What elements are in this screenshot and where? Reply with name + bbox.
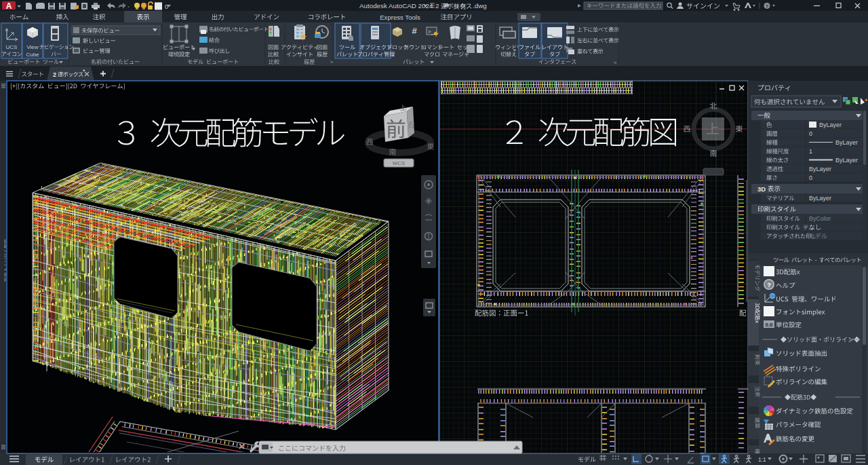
svg-text:0: 0: [165, 3, 168, 10]
svg-text:0: 0: [809, 130, 812, 137]
svg-text:ByLayer: ByLayer: [835, 157, 858, 164]
svg-text:1: 1: [809, 148, 812, 155]
svg-text:0.0: 0.0: [765, 322, 773, 328]
svg-text:Express Tools: Express Tools: [380, 14, 420, 21]
svg-text:2: 2: [435, 2, 439, 10]
svg-text:ByLayer: ByLayer: [819, 122, 842, 128]
svg-text:»: »: [330, 59, 334, 65]
svg-text:>_: >_: [428, 29, 435, 35]
svg-text:Autodesk AutoCAD 2024: Autodesk AutoCAD 2024: [359, 2, 433, 10]
svg-text:*: *: [83, 68, 85, 75]
svg-text:.dwg: .dwg: [473, 2, 487, 10]
svg-text:3D: 3D: [757, 185, 766, 193]
svg-text:ByLayer: ByLayer: [835, 139, 858, 146]
svg-text:0: 0: [809, 174, 812, 181]
svg-text:ByLayer: ByLayer: [809, 166, 831, 172]
svg-text:WCS: WCS: [393, 160, 406, 166]
svg-text:#: #: [412, 26, 417, 36]
svg-text:+: +: [865, 97, 868, 103]
svg-text:View: View: [26, 44, 38, 50]
svg-text:2: 2: [53, 71, 56, 78]
svg-text:UCS: UCS: [6, 44, 18, 50]
svg-text:1:1: 1:1: [758, 456, 766, 463]
svg-text:?: ?: [767, 282, 771, 289]
svg-text:ByLayer: ByLayer: [809, 195, 831, 202]
svg-text:A: A: [6, 1, 12, 11]
svg-text:ByColor: ByColor: [809, 215, 831, 222]
svg-text:»: »: [614, 60, 617, 66]
svg-text:?: ?: [766, 3, 769, 10]
svg-text:Cube: Cube: [26, 52, 39, 58]
